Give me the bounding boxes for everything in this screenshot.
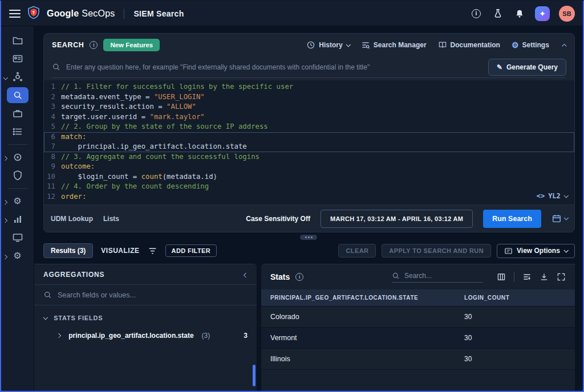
code-line: 7 principal.ip_geo_artifact.location.sta… [44, 142, 574, 152]
settings-menu[interactable]: ⚙ Settings [512, 41, 549, 49]
lists-link[interactable]: Lists [103, 215, 119, 223]
stats-fields-section-toggle[interactable]: STATS FIELDS [34, 305, 257, 326]
menu-button[interactable] [9, 10, 21, 18]
column-header-login-count[interactable]: LOGIN_COUNT [415, 295, 575, 301]
code-icon: <> [537, 191, 545, 202]
sidebar-divider [8, 144, 27, 145]
aggregations-title: AGGREGATIONS [43, 271, 104, 279]
gemini-sparkle-icon[interactable]: ✦ [535, 6, 550, 21]
search-icon [52, 63, 60, 71]
date-range-button[interactable]: MARCH 17, 03:12 AM - APRIL 16, 03:12 AM [321, 210, 473, 228]
sidebar-group-analytics[interactable] [1, 211, 34, 228]
notifications-bell-icon[interactable] [513, 7, 526, 20]
group-rows-icon[interactable] [522, 272, 532, 281]
sidebar-item-terminal[interactable] [1, 229, 34, 246]
new-features-button[interactable]: New Features [103, 39, 160, 51]
sidebar-item-shield[interactable] [1, 167, 34, 184]
aggregations-panel: AGGREGATIONS STATS FIELDS principal.ip_g… [34, 264, 257, 392]
udm-lookup-link[interactable]: UDM Lookup [51, 215, 93, 223]
fullscreen-icon[interactable] [557, 272, 566, 281]
code-line: 1// 1. Filter for successful logins by t… [44, 82, 574, 92]
aggregation-field-row[interactable]: principal.ip_geo_artifact.location.state… [34, 326, 257, 345]
code-line: 8// 3. Aggregate and count the successfu… [44, 152, 574, 162]
app-body: ⚙ ⚙ SEARCH i New Features [1, 26, 583, 392]
stats-table-row[interactable]: Illinois30 [261, 349, 575, 370]
search-panel: SEARCH i New Features History Search Man… [43, 33, 575, 232]
sidebar: ⚙ ⚙ [1, 26, 34, 392]
history-menu[interactable]: History [306, 40, 350, 50]
chevron-right-icon [3, 152, 7, 162]
sidebar-group-admin[interactable]: ⚙ [1, 247, 34, 264]
settings-label: Settings [522, 41, 549, 49]
toolbar-divider [514, 272, 514, 282]
collapse-aggregations-chevron[interactable] [244, 270, 248, 280]
stats-search-input[interactable] [404, 272, 483, 280]
aggregations-search-row [34, 285, 257, 305]
chevron-down-icon [563, 248, 569, 253]
table-columns-icon[interactable] [497, 272, 506, 281]
stats-header: Stats i [261, 264, 575, 289]
apply-to-search-button[interactable]: APPLY TO SEARCH AND RUN [382, 244, 491, 258]
sidebar-group-settings[interactable]: ⚙ [1, 193, 34, 210]
tab-results[interactable]: Results (3) [43, 243, 93, 258]
code-line: 9outcome: [44, 162, 574, 172]
run-search-button[interactable]: Run Search [483, 210, 541, 228]
calendar-icon [551, 214, 562, 224]
search-panel-menu: History Search Manager Documentation [306, 40, 566, 50]
cell-state: Vermont [261, 334, 415, 342]
field-count: 3 [244, 332, 248, 340]
chevron-down-icon [3, 72, 7, 82]
chevron-right-icon [3, 251, 7, 261]
panel-resize-handle[interactable] [300, 235, 317, 240]
flask-icon[interactable] [492, 7, 504, 20]
page-title: SIEM Search [133, 9, 184, 18]
code-line: 10 $login_count = count(metadata.id) [44, 172, 574, 182]
calendar-dropdown-button[interactable] [551, 214, 567, 224]
column-header-state[interactable]: PRINCIPAL.IP_GEO_ARTIFACT.LOCATION.STATE [261, 295, 415, 301]
scrollbar-thumb[interactable] [253, 365, 256, 386]
sidebar-item-id-card[interactable] [1, 50, 34, 67]
query-code-editor[interactable]: 1// 1. Filter for successful logins by t… [44, 80, 574, 205]
nl-query-input[interactable] [66, 63, 482, 71]
generate-query-button[interactable]: ✎ Generate Query [488, 59, 566, 76]
sidebar-item-folders[interactable] [1, 32, 34, 49]
topbar-right: i ✦ SB [470, 6, 575, 22]
stats-table: PRINCIPAL.IP_GEO_ARTIFACT.LOCATION.STATE… [261, 289, 575, 370]
sidebar-group-detections[interactable] [1, 149, 34, 166]
brand: Google SecOps [47, 9, 115, 19]
code-line: 11// 4. Order by the count descending [44, 182, 574, 192]
view-options-button[interactable]: View Options [497, 244, 575, 258]
chevron-down-icon [563, 215, 569, 220]
cell-login-count: 30 [415, 355, 575, 363]
tab-visualize[interactable]: VISUALIZE [101, 247, 139, 255]
documentation-icon [438, 40, 447, 50]
sidebar-item-rules-list[interactable] [1, 123, 34, 140]
gears-icon: ⚙ [13, 251, 21, 260]
language-label: YL2 [548, 191, 561, 202]
chevron-down-icon [43, 315, 48, 320]
info-icon[interactable]: i [470, 7, 482, 20]
documentation-menu[interactable]: Documentation [438, 40, 500, 50]
search-info-icon[interactable]: i [90, 41, 98, 49]
sidebar-item-cases[interactable] [1, 105, 34, 122]
sidebar-group-investigation[interactable] [1, 68, 34, 85]
avatar[interactable]: SB [559, 6, 575, 22]
language-selector[interactable]: <> YL2 [532, 191, 567, 202]
stats-info-icon[interactable]: i [295, 273, 303, 281]
search-panel-header: SEARCH i New Features History Search Man… [44, 34, 574, 56]
search-manager-menu[interactable]: Search Manager [361, 40, 427, 50]
search-manager-icon [361, 40, 370, 50]
filter-icon[interactable] [148, 247, 157, 255]
add-filter-button[interactable]: ADD FILTER [165, 244, 217, 257]
sidebar-item-search-active[interactable] [7, 87, 29, 103]
clear-button[interactable]: CLEAR [338, 244, 376, 258]
stats-table-row[interactable]: Vermont30 [261, 328, 575, 349]
download-icon[interactable] [540, 272, 549, 281]
cell-state: Colorado [261, 313, 415, 321]
collapse-panel-chevron[interactable] [563, 41, 566, 49]
aggregations-search-input[interactable] [58, 291, 248, 299]
case-sensitivity-toggle[interactable]: Case Sensitivity Off [246, 215, 310, 223]
stats-table-row[interactable]: Colorado30 [261, 307, 575, 328]
stats-table-body: Colorado30Vermont30Illinois30 [261, 307, 575, 370]
view-options-label: View Options [517, 247, 560, 255]
